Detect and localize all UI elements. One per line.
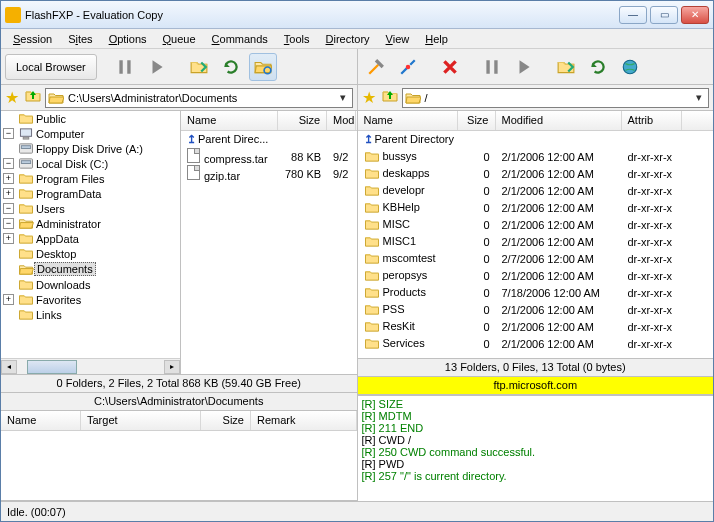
globe-icon[interactable]: [616, 53, 644, 81]
window-title: FlashFXP - Evaluation Copy: [25, 9, 619, 21]
folder-row[interactable]: mscomtest02/7/2006 12:00 AMdr-xr-xr-x: [358, 250, 714, 267]
favorite-remote-icon[interactable]: ★: [362, 88, 376, 107]
menu-directory[interactable]: Directory: [318, 31, 378, 47]
svg-rect-9: [494, 60, 497, 74]
tree-hscroll[interactable]: ◂▸: [1, 358, 180, 374]
maximize-button[interactable]: ▭: [650, 6, 678, 24]
folder-row[interactable]: MISC102/1/2006 12:00 AMdr-xr-xr-x: [358, 233, 714, 250]
queue-list[interactable]: Name Target Size Remark: [1, 411, 357, 500]
local-pane: Public −Computer Floppy Disk Drive (A:) …: [1, 111, 357, 501]
col-name[interactable]: Name: [181, 111, 278, 130]
bottom-status-bar: Idle. (00:07): [1, 501, 713, 521]
toolbar: Local Browser: [1, 49, 713, 85]
folder-row[interactable]: Products07/18/2006 12:00 AMdr-xr-xr-x: [358, 284, 714, 301]
transfer-remote-icon[interactable]: [552, 53, 580, 81]
app-icon: [5, 7, 21, 23]
local-status-1: 0 Folders, 2 Files, 2 Total 868 KB (59.4…: [1, 375, 357, 393]
col-name[interactable]: Name: [358, 111, 458, 130]
parent-dir-row[interactable]: ↥Parent Direc...: [181, 131, 357, 148]
menu-help[interactable]: Help: [417, 31, 456, 47]
col-modified[interactable]: Modified: [496, 111, 622, 130]
folder-row[interactable]: developr02/1/2006 12:00 AMdr-xr-xr-x: [358, 182, 714, 199]
col-attrib[interactable]: Attrib: [622, 111, 682, 130]
disconnect-icon[interactable]: [394, 53, 422, 81]
up-local-icon[interactable]: [25, 88, 41, 107]
file-row[interactable]: gzip.tar780 KB9/2: [181, 165, 357, 182]
path-row: ★ C:\Users\Administrator\Documents ▾ ★ /…: [1, 85, 713, 111]
abort-icon[interactable]: [436, 53, 464, 81]
pause-icon[interactable]: [111, 53, 139, 81]
pause-remote-icon[interactable]: [478, 53, 506, 81]
folder-icon: [48, 91, 64, 105]
menu-tools[interactable]: Tools: [276, 31, 318, 47]
folder-row[interactable]: Services02/1/2006 12:00 AMdr-xr-xr-x: [358, 335, 714, 352]
play-icon[interactable]: [143, 53, 171, 81]
play-remote-icon[interactable]: [510, 53, 538, 81]
menu-view[interactable]: View: [378, 31, 418, 47]
local-path-text: C:\Users\Administrator\Documents: [68, 92, 336, 104]
file-row[interactable]: compress.tar88 KB9/2: [181, 148, 357, 165]
log-panel[interactable]: [R] SIZE[R] MDTM[R] 211 END[R] CWD /[R] …: [358, 395, 714, 501]
menu-session[interactable]: Session: [5, 31, 60, 47]
refresh-remote-icon[interactable]: [584, 53, 612, 81]
minimize-button[interactable]: —: [619, 6, 647, 24]
remote-status-1: 13 Folders, 0 Files, 13 Total (0 bytes): [358, 359, 714, 377]
menu-options[interactable]: Options: [101, 31, 155, 47]
folder-row[interactable]: MISC02/1/2006 12:00 AMdr-xr-xr-x: [358, 216, 714, 233]
folder-row[interactable]: KBHelp02/1/2006 12:00 AMdr-xr-xr-x: [358, 199, 714, 216]
folder-row[interactable]: deskapps02/1/2006 12:00 AMdr-xr-xr-x: [358, 165, 714, 182]
close-button[interactable]: ✕: [681, 6, 709, 24]
local-file-list[interactable]: Name Size Mod ↥Parent Direc... compress.…: [181, 111, 357, 374]
svg-rect-8: [486, 60, 489, 74]
explorer-icon[interactable]: [249, 53, 277, 81]
transfer-icon[interactable]: [185, 53, 213, 81]
folder-row[interactable]: bussys02/1/2006 12:00 AMdr-xr-xr-x: [358, 148, 714, 165]
svg-point-10: [623, 60, 637, 74]
folder-icon: [405, 91, 421, 105]
folder-row[interactable]: ResKit02/1/2006 12:00 AMdr-xr-xr-x: [358, 318, 714, 335]
up-remote-icon[interactable]: [382, 88, 398, 107]
refresh-icon[interactable]: [217, 53, 245, 81]
connect-icon[interactable]: [362, 53, 390, 81]
col-size[interactable]: Size: [458, 111, 496, 130]
local-status-2: C:\Users\Administrator\Documents: [1, 393, 357, 411]
remote-status-2: ftp.microsoft.com: [358, 377, 714, 395]
folder-row[interactable]: peropsys02/1/2006 12:00 AMdr-xr-xr-x: [358, 267, 714, 284]
remote-pane: Name Size Modified Attrib ↥Parent Direct…: [357, 111, 714, 501]
folder-tree[interactable]: Public −Computer Floppy Disk Drive (A:) …: [1, 111, 181, 374]
col-mod[interactable]: Mod: [327, 111, 356, 130]
dropdown-icon[interactable]: ▾: [692, 91, 706, 104]
folder-row[interactable]: PSS02/1/2006 12:00 AMdr-xr-xr-x: [358, 301, 714, 318]
menu-sites[interactable]: Sites: [60, 31, 100, 47]
svg-point-7: [405, 64, 410, 69]
svg-rect-5: [127, 60, 130, 74]
local-browser-button[interactable]: Local Browser: [5, 54, 97, 80]
menu-commands[interactable]: Commands: [204, 31, 276, 47]
app-window: FlashFXP - Evaluation Copy — ▭ ✕ Session…: [0, 0, 714, 522]
titlebar[interactable]: FlashFXP - Evaluation Copy — ▭ ✕: [1, 1, 713, 29]
svg-rect-4: [119, 60, 122, 74]
remote-file-list[interactable]: Name Size Modified Attrib ↥Parent Direct…: [358, 111, 714, 358]
idle-status: Idle. (00:07): [7, 506, 66, 518]
dropdown-icon[interactable]: ▾: [336, 91, 350, 104]
menubar: Session Sites Options Queue Commands Too…: [1, 29, 713, 49]
parent-dir-row[interactable]: ↥Parent Directory: [358, 131, 714, 148]
remote-path-combo[interactable]: / ▾: [402, 88, 710, 108]
favorite-local-icon[interactable]: ★: [5, 88, 19, 107]
remote-path-text: /: [425, 92, 693, 104]
col-size[interactable]: Size: [278, 111, 327, 130]
local-path-combo[interactable]: C:\Users\Administrator\Documents ▾: [45, 88, 353, 108]
menu-queue[interactable]: Queue: [155, 31, 204, 47]
